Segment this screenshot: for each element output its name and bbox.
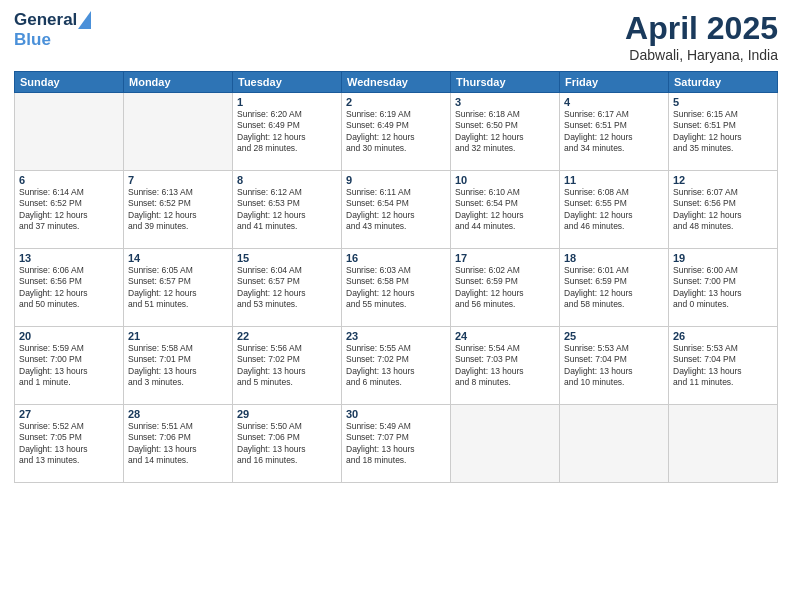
- week-row-5: 27Sunrise: 5:52 AMSunset: 7:05 PMDayligh…: [15, 405, 778, 483]
- day-info: Sunrise: 5:49 AMSunset: 7:07 PMDaylight:…: [346, 421, 446, 467]
- calendar-table: SundayMondayTuesdayWednesdayThursdayFrid…: [14, 71, 778, 483]
- calendar-cell: 13Sunrise: 6:06 AMSunset: 6:56 PMDayligh…: [15, 249, 124, 327]
- calendar-cell: 27Sunrise: 5:52 AMSunset: 7:05 PMDayligh…: [15, 405, 124, 483]
- calendar-cell: 16Sunrise: 6:03 AMSunset: 6:58 PMDayligh…: [342, 249, 451, 327]
- day-of-week-saturday: Saturday: [669, 72, 778, 93]
- calendar-cell: 20Sunrise: 5:59 AMSunset: 7:00 PMDayligh…: [15, 327, 124, 405]
- header: General Blue April 2025 Dabwali, Haryana…: [14, 10, 778, 63]
- day-of-week-friday: Friday: [560, 72, 669, 93]
- day-number: 15: [237, 252, 337, 264]
- day-number: 1: [237, 96, 337, 108]
- calendar-cell: 11Sunrise: 6:08 AMSunset: 6:55 PMDayligh…: [560, 171, 669, 249]
- day-info: Sunrise: 6:06 AMSunset: 6:56 PMDaylight:…: [19, 265, 119, 311]
- calendar-cell: 24Sunrise: 5:54 AMSunset: 7:03 PMDayligh…: [451, 327, 560, 405]
- day-number: 23: [346, 330, 446, 342]
- day-number: 22: [237, 330, 337, 342]
- calendar-cell: 10Sunrise: 6:10 AMSunset: 6:54 PMDayligh…: [451, 171, 560, 249]
- calendar-cell: 18Sunrise: 6:01 AMSunset: 6:59 PMDayligh…: [560, 249, 669, 327]
- week-row-4: 20Sunrise: 5:59 AMSunset: 7:00 PMDayligh…: [15, 327, 778, 405]
- day-info: Sunrise: 5:50 AMSunset: 7:06 PMDaylight:…: [237, 421, 337, 467]
- calendar-cell: 2Sunrise: 6:19 AMSunset: 6:49 PMDaylight…: [342, 93, 451, 171]
- day-number: 13: [19, 252, 119, 264]
- day-info: Sunrise: 6:12 AMSunset: 6:53 PMDaylight:…: [237, 187, 337, 233]
- day-of-week-tuesday: Tuesday: [233, 72, 342, 93]
- calendar-cell: [15, 93, 124, 171]
- calendar-cell: [451, 405, 560, 483]
- logo-blue-text: Blue: [14, 30, 91, 50]
- day-number: 7: [128, 174, 228, 186]
- calendar-cell: [560, 405, 669, 483]
- calendar-cell: 19Sunrise: 6:00 AMSunset: 7:00 PMDayligh…: [669, 249, 778, 327]
- day-info: Sunrise: 5:55 AMSunset: 7:02 PMDaylight:…: [346, 343, 446, 389]
- logo-general-text: General: [14, 10, 77, 30]
- day-number: 2: [346, 96, 446, 108]
- day-number: 19: [673, 252, 773, 264]
- day-of-week-sunday: Sunday: [15, 72, 124, 93]
- calendar-cell: 29Sunrise: 5:50 AMSunset: 7:06 PMDayligh…: [233, 405, 342, 483]
- day-number: 28: [128, 408, 228, 420]
- day-number: 5: [673, 96, 773, 108]
- day-info: Sunrise: 5:52 AMSunset: 7:05 PMDaylight:…: [19, 421, 119, 467]
- days-of-week-row: SundayMondayTuesdayWednesdayThursdayFrid…: [15, 72, 778, 93]
- day-info: Sunrise: 6:10 AMSunset: 6:54 PMDaylight:…: [455, 187, 555, 233]
- calendar-cell: 25Sunrise: 5:53 AMSunset: 7:04 PMDayligh…: [560, 327, 669, 405]
- calendar-cell: 22Sunrise: 5:56 AMSunset: 7:02 PMDayligh…: [233, 327, 342, 405]
- day-info: Sunrise: 6:03 AMSunset: 6:58 PMDaylight:…: [346, 265, 446, 311]
- calendar-cell: 7Sunrise: 6:13 AMSunset: 6:52 PMDaylight…: [124, 171, 233, 249]
- day-number: 6: [19, 174, 119, 186]
- day-info: Sunrise: 6:05 AMSunset: 6:57 PMDaylight:…: [128, 265, 228, 311]
- day-number: 29: [237, 408, 337, 420]
- title-block: April 2025 Dabwali, Haryana, India: [625, 10, 778, 63]
- calendar-cell: 23Sunrise: 5:55 AMSunset: 7:02 PMDayligh…: [342, 327, 451, 405]
- day-number: 16: [346, 252, 446, 264]
- day-info: Sunrise: 5:53 AMSunset: 7:04 PMDaylight:…: [564, 343, 664, 389]
- calendar-cell: 4Sunrise: 6:17 AMSunset: 6:51 PMDaylight…: [560, 93, 669, 171]
- day-info: Sunrise: 5:56 AMSunset: 7:02 PMDaylight:…: [237, 343, 337, 389]
- day-number: 3: [455, 96, 555, 108]
- calendar-cell: [669, 405, 778, 483]
- day-number: 27: [19, 408, 119, 420]
- day-of-week-thursday: Thursday: [451, 72, 560, 93]
- day-info: Sunrise: 6:20 AMSunset: 6:49 PMDaylight:…: [237, 109, 337, 155]
- day-info: Sunrise: 6:18 AMSunset: 6:50 PMDaylight:…: [455, 109, 555, 155]
- day-number: 4: [564, 96, 664, 108]
- logo-arrow-icon: [78, 11, 91, 29]
- calendar-cell: 28Sunrise: 5:51 AMSunset: 7:06 PMDayligh…: [124, 405, 233, 483]
- calendar-cell: 6Sunrise: 6:14 AMSunset: 6:52 PMDaylight…: [15, 171, 124, 249]
- logo: General Blue: [14, 10, 91, 50]
- day-number: 20: [19, 330, 119, 342]
- day-number: 11: [564, 174, 664, 186]
- calendar-cell: 5Sunrise: 6:15 AMSunset: 6:51 PMDaylight…: [669, 93, 778, 171]
- day-info: Sunrise: 5:58 AMSunset: 7:01 PMDaylight:…: [128, 343, 228, 389]
- day-info: Sunrise: 6:13 AMSunset: 6:52 PMDaylight:…: [128, 187, 228, 233]
- day-info: Sunrise: 6:04 AMSunset: 6:57 PMDaylight:…: [237, 265, 337, 311]
- day-info: Sunrise: 6:17 AMSunset: 6:51 PMDaylight:…: [564, 109, 664, 155]
- day-number: 25: [564, 330, 664, 342]
- week-row-1: 1Sunrise: 6:20 AMSunset: 6:49 PMDaylight…: [15, 93, 778, 171]
- calendar-cell: 9Sunrise: 6:11 AMSunset: 6:54 PMDaylight…: [342, 171, 451, 249]
- day-info: Sunrise: 6:07 AMSunset: 6:56 PMDaylight:…: [673, 187, 773, 233]
- day-number: 21: [128, 330, 228, 342]
- day-info: Sunrise: 6:15 AMSunset: 6:51 PMDaylight:…: [673, 109, 773, 155]
- day-of-week-monday: Monday: [124, 72, 233, 93]
- calendar-cell: 12Sunrise: 6:07 AMSunset: 6:56 PMDayligh…: [669, 171, 778, 249]
- calendar-cell: 30Sunrise: 5:49 AMSunset: 7:07 PMDayligh…: [342, 405, 451, 483]
- calendar-cell: 1Sunrise: 6:20 AMSunset: 6:49 PMDaylight…: [233, 93, 342, 171]
- day-number: 14: [128, 252, 228, 264]
- day-info: Sunrise: 5:54 AMSunset: 7:03 PMDaylight:…: [455, 343, 555, 389]
- calendar-subtitle: Dabwali, Haryana, India: [625, 47, 778, 63]
- day-number: 26: [673, 330, 773, 342]
- day-info: Sunrise: 6:01 AMSunset: 6:59 PMDaylight:…: [564, 265, 664, 311]
- calendar-header: SundayMondayTuesdayWednesdayThursdayFrid…: [15, 72, 778, 93]
- day-info: Sunrise: 6:00 AMSunset: 7:00 PMDaylight:…: [673, 265, 773, 311]
- day-number: 24: [455, 330, 555, 342]
- calendar-cell: 14Sunrise: 6:05 AMSunset: 6:57 PMDayligh…: [124, 249, 233, 327]
- calendar-cell: 15Sunrise: 6:04 AMSunset: 6:57 PMDayligh…: [233, 249, 342, 327]
- calendar-body: 1Sunrise: 6:20 AMSunset: 6:49 PMDaylight…: [15, 93, 778, 483]
- day-number: 17: [455, 252, 555, 264]
- day-number: 8: [237, 174, 337, 186]
- day-number: 12: [673, 174, 773, 186]
- day-info: Sunrise: 6:02 AMSunset: 6:59 PMDaylight:…: [455, 265, 555, 311]
- day-info: Sunrise: 6:19 AMSunset: 6:49 PMDaylight:…: [346, 109, 446, 155]
- day-number: 30: [346, 408, 446, 420]
